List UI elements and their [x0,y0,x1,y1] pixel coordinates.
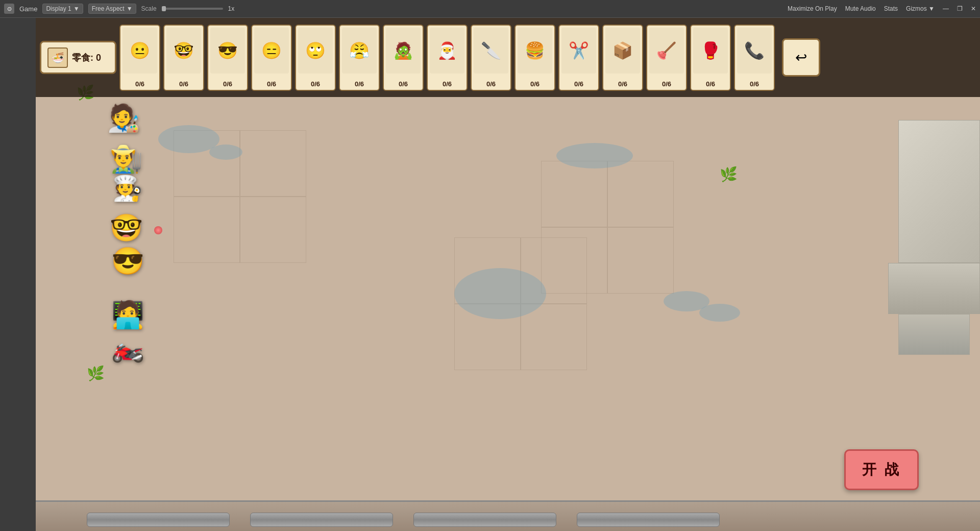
card-slot-5[interactable]: 😤 0/6 [339,25,380,91]
card-count-1: 0/6 [179,80,188,88]
stair-structure [898,120,980,324]
restore-btn[interactable]: ❐ [957,5,963,12]
card-icon-2: 😎 [210,28,245,74]
character-group-1c: 🧑‍🍳 [112,176,143,201]
card-icon-5: 😤 [342,28,377,74]
card-icon-4: 🙄 [298,28,333,74]
card-slot-9[interactable]: 🍔 0/6 [514,25,555,91]
card-count-4: 0/6 [311,80,320,88]
grid-cell [607,227,674,294]
aspect-dropdown[interactable]: Free Aspect ▼ [88,4,136,14]
close-btn[interactable]: ✕ [971,5,976,12]
card-icon-9: 🍔 [518,28,552,74]
card-count-0: 0/6 [135,80,144,88]
grid-cell [240,130,306,197]
card-icon-14: 📞 [737,28,772,74]
exit-button[interactable]: ↩ [782,38,820,77]
card-slot-3[interactable]: 😑 0/6 [251,25,292,91]
mute-audio-btn[interactable]: Mute Audio [845,5,876,12]
exit-icon: ↩ [795,49,807,66]
game-title: Game [19,5,37,13]
scale-slider[interactable] [162,8,223,10]
card-slot-1[interactable]: 🤓 0/6 [163,25,204,91]
scale-label: Scale [141,5,157,12]
editor-right-buttons: Maximize On Play Mute Audio Stats Gizmos… [788,5,976,12]
card-count-3: 0/6 [267,80,276,88]
card-slot-8[interactable]: 🔪 0/6 [471,25,511,91]
card-count-8: 0/6 [486,80,496,88]
character-sprite: 🧑‍💻 [111,301,144,328]
card-icon-13: 🥊 [693,28,728,74]
pipe-segment [413,513,556,527]
pipe-segment [250,513,393,527]
card-slot-4[interactable]: 🙄 0/6 [295,25,336,91]
card-icon-12: 🪠 [649,28,684,74]
character-group-3b: 🏍️ [111,334,144,361]
card-slot-10[interactable]: ✂️ 0/6 [558,25,599,91]
minimize-btn[interactable]: — [943,5,949,12]
character-sprite: 🤓 [110,214,143,241]
bottom-wall [36,500,980,531]
character-group-1: 🧑‍🎨 [107,105,140,131]
pipe-segment [577,513,720,527]
puddle [454,268,546,319]
character-group-2b: 😎 [111,248,144,274]
game-viewport: 🌿 🌿 🌿 🧑‍🎨 👨‍🌾 🧑‍🍳 🤓 😎 🧑‍💻 🏍️ [36,18,980,531]
card-slot-12[interactable]: 🪠 0/6 [646,25,687,91]
card-icon-3: 😑 [254,28,289,74]
stats-btn[interactable]: Stats [884,5,898,12]
card-slot-0[interactable]: 😐 0/6 [119,25,160,91]
grid-cell [607,161,674,227]
card-icon-6: 🧟 [386,28,421,74]
grid-cell [174,197,240,263]
plant-decoration: 🌿 [720,166,738,183]
card-icon-7: 🎅 [430,28,464,74]
character-sprite: 👨‍🌾 [110,146,143,172]
plant-decoration: 🌿 [87,365,105,382]
unity-logo: ⊙ [4,4,14,14]
card-icon-10: ✂️ [561,28,596,74]
character-sprite: 🏍️ [111,334,144,361]
card-count-14: 0/6 [750,80,759,88]
card-slot-14[interactable]: 📞 0/6 [734,25,775,91]
card-slot-13[interactable]: 🥊 0/6 [690,25,731,91]
food-count-label: 零食: 0 [72,52,101,64]
card-count-11: 0/6 [618,80,627,88]
card-slot-7[interactable]: 🎅 0/6 [427,25,468,91]
card-icon-11: 📦 [605,28,640,74]
card-count-12: 0/6 [662,80,671,88]
food-icon: 🍜 [47,47,68,68]
card-count-10: 0/6 [574,80,583,88]
scale-value: 1x [228,5,235,12]
editor-bar: ⊙ Game Display 1 ▼ Free Aspect ▼ Scale 1… [0,0,980,18]
card-count-7: 0/6 [443,80,452,88]
character-group-1b: 👨‍🌾 [110,146,143,172]
card-icon-0: 😐 [122,28,157,74]
card-icon-1: 🤓 [166,28,201,74]
card-slot-6[interactable]: 🧟 0/6 [383,25,424,91]
food-counter: 🍜 零食: 0 [40,41,116,74]
puddle [699,304,740,322]
start-battle-button[interactable]: 开 战 [844,449,919,490]
card-slot-11[interactable]: 📦 0/6 [602,25,643,91]
card-slot-2[interactable]: 😎 0/6 [207,25,248,91]
projectile [154,226,162,234]
gizmos-btn[interactable]: Gizmos ▼ [906,5,935,12]
character-sprite: 🧑‍🍳 [112,176,143,201]
hud-top-bar: 🍜 零食: 0 😐 0/6 🤓 0/6 😎 0/6 😑 0/6 🙄 0/6 😤 … [36,18,980,97]
grid-cell [240,197,306,263]
puddle [556,143,633,168]
pipe-segment [87,513,230,527]
display-dropdown[interactable]: Display 1 ▼ [42,4,83,14]
puddle [209,144,242,160]
grid-cell [541,161,607,227]
character-sprite: 🧑‍🎨 [107,105,140,131]
maximize-on-play-btn[interactable]: Maximize On Play [788,5,837,12]
card-count-2: 0/6 [223,80,232,88]
card-count-9: 0/6 [530,80,540,88]
character-sprite: 😎 [111,248,144,274]
character-group-2: 🤓 [110,214,143,241]
left-sidebar [0,18,36,531]
card-count-13: 0/6 [706,80,715,88]
character-group-3: 🧑‍💻 [111,301,144,328]
